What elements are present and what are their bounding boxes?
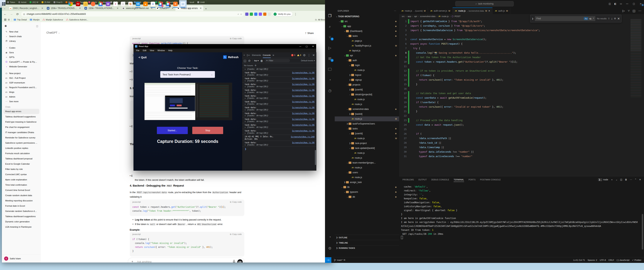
source-link[interactable]: ScreenshotApp.js:96 <box>292 106 314 108</box>
tree-item[interactable]: ⌄db <box>335 194 399 199</box>
panel-tab-postman-console[interactable]: POSTMAN CONSOLE <box>480 176 501 183</box>
terminal-scrollbar-thumb[interactable] <box>642 214 643 249</box>
explorer-actions-icon[interactable]: ⋯ <box>394 10 396 12</box>
sidebar-project-item[interactable]: 🗁blogs <box>3 90 39 94</box>
log-expandable[interactable]: ▸ {tasks: Array(19)} <box>245 97 314 99</box>
tree-item[interactable]: JSpage.js <box>335 38 399 43</box>
devtools-menu-icon[interactable]: ⋮ <box>308 53 310 57</box>
editor-tab[interactable]: JSroute.js...\[userId]M <box>399 8 428 14</box>
activity-extensions-icon[interactable]: ⊞2 <box>325 54 335 63</box>
editor-tab[interactable]: JSauth.jsM <box>492 8 510 14</box>
sidebar-collapse-icon[interactable]: ◫ <box>36 25 38 27</box>
sidebar-app-item[interactable]: ◉Sora <box>3 50 39 55</box>
tree-item[interactable]: JSroute.jsM <box>335 136 399 141</box>
log-expandable[interactable]: ▸ {tasks: Array(19)} <box>245 79 314 82</box>
chat-history-item[interactable]: Tableau dashboard suggestions <box>3 214 39 219</box>
panel-tab-debug-console[interactable]: DEBUG CONSOLE <box>431 176 449 183</box>
tree-item[interactable]: ❯[taskId] <box>335 111 399 116</box>
console-log-entry[interactable]: task data:ScreenshotApp.js:96▸ {tasks: A… <box>242 129 316 135</box>
console-log-entry[interactable]: task data:ScreenshotApp.js:96▸ {tasks: A… <box>242 82 316 88</box>
layout-panel-icon[interactable]: ◫ <box>607 3 612 5</box>
match-case-toggle[interactable]: Aa <box>584 17 588 20</box>
tab-close-icon[interactable]: ✕ <box>488 10 490 12</box>
chat-history-item[interactable]: Reminder for Salesforce survey <box>3 135 39 140</box>
log-expandable[interactable]: ▸ {tasks: Array(19)} <box>245 91 314 93</box>
tree-item[interactable]: ❯task-project <box>335 141 399 146</box>
tree-item[interactable]: ⌄tasks <box>335 126 399 131</box>
copy-code-button[interactable]: ⧉Copy code <box>230 37 242 40</box>
taskbar-paint[interactable]: 🎨 <box>127 0 134 8</box>
chat-history-item[interactable]: Formula result calculation <box>3 151 39 156</box>
menu-window[interactable]: Window <box>158 49 165 52</box>
devtools-settings-icon[interactable]: ⚙ <box>303 53 306 57</box>
tree-item[interactable]: ⌄src <box>335 19 399 24</box>
tree-item[interactable]: ⌄app <box>335 24 399 29</box>
layout-secondary-icon[interactable]: ▭ <box>618 3 624 5</box>
tree-item[interactable]: ❯assign_task <box>335 180 399 185</box>
layout-sidebar-icon[interactable]: ◧ <box>612 3 618 5</box>
activity-scm-icon[interactable]: ⑂8 <box>325 33 335 42</box>
menu-edit[interactable]: Edit <box>143 49 146 52</box>
openai-logo-icon[interactable]: ❋ <box>4 24 7 28</box>
devtools-tab-elements[interactable]: Elements <box>252 52 261 58</box>
regex-toggle[interactable]: .* <box>592 18 594 20</box>
log-levels-selector[interactable]: Default levels ▾ <box>301 59 315 62</box>
minimize-button[interactable]: — <box>624 3 630 5</box>
verify-profile-chip[interactable]: Verify it's you <box>273 12 292 16</box>
account-row[interactable]: S Saiful Islam <box>2 254 41 262</box>
taskbar-vscode[interactable]: VS <box>134 0 142 8</box>
taskbar-vlc[interactable]: ▲ <box>142 0 149 8</box>
tree-item[interactable]: ❯taskForSupremeUsers <box>335 121 399 126</box>
chat-history-item[interactable]: Field type meaning in Salesforce <box>3 119 39 124</box>
live-expression-icon[interactable]: ◉ <box>260 59 263 62</box>
remote-indicator[interactable]: ⤫⤪ <box>325 257 331 263</box>
source-link[interactable]: ScreenshotApp.js:96 <box>292 83 314 85</box>
background-tab[interactable]: Final S <box>52 0 64 5</box>
activity-search-icon[interactable]: ⌕ <box>325 22 335 31</box>
forward-icon[interactable]: → <box>10 12 13 16</box>
start-button[interactable] <box>0 0 8 8</box>
inspect-icon[interactable]: ⌖ <box>244 54 245 56</box>
panel-tab-ports[interactable]: PORTS <box>468 176 476 183</box>
log-expandable[interactable]: ▸ {tasks: Array(19)} <box>245 132 314 134</box>
status-encoding[interactable]: UTF-8 <box>600 259 606 261</box>
section-timeline[interactable]: ❯TIMELINE <box>335 240 399 245</box>
clear-console-icon[interactable]: ⊘ <box>248 59 250 62</box>
tree-item[interactable]: JSTaskByProject.jsM <box>335 43 399 48</box>
refresh-button[interactable]: ↻ Refresh <box>223 55 238 59</box>
search-in-page-icon[interactable]: ⌕ <box>238 13 239 16</box>
panel-tab-terminal[interactable]: TERMINAL <box>454 176 464 183</box>
menu-file[interactable]: File <box>136 49 140 52</box>
tree-item[interactable]: JSroute.js <box>335 156 399 160</box>
taskbar-chrome-avatar[interactable] <box>164 0 172 8</box>
source-link[interactable]: ScreenshotApp.js:96 <box>292 89 314 91</box>
source-link[interactable]: ScreenshotApp.js:96 <box>292 124 314 126</box>
browser-tab[interactable]: ☁DNS | Records | english-welsh.n✕ <box>8 6 45 11</box>
tree-item[interactable]: ⌄screenshot-data <box>335 107 399 111</box>
settings-gear-icon[interactable]: ⚙ <box>325 244 335 253</box>
copy-code-button[interactable]: ⧉Copy code <box>230 233 242 235</box>
tree-item[interactable]: JSroute.js <box>335 68 399 73</box>
sidebar-app-item[interactable]: ⠶GPTs <box>3 55 39 59</box>
split-diff-icon[interactable]: ⑂ <box>628 9 630 13</box>
editor-tab[interactable]: JSroute.js...\screenshot-dataM✕ <box>453 8 493 14</box>
source-link[interactable]: ScreenshotApp.js:96 <box>292 77 314 79</box>
chat-history-item[interactable]: IT manager candidates Dhaka <box>3 130 39 135</box>
source-link[interactable]: ScreenshotApp.js:240 <box>291 136 314 138</box>
chat-history-item[interactable]: Tableau dashboard suggestions <box>3 114 39 119</box>
minimize-button[interactable]: — <box>297 45 304 48</box>
console-log-entry[interactable]: task data:ScreenshotApp.js:96▸ {tasks: A… <box>242 117 316 123</box>
find-expand-icon[interactable]: ❯ <box>532 18 533 20</box>
source-link[interactable]: ScreenshotApp.js:96 <box>292 112 314 114</box>
sidebar-project-item[interactable]: 🗀New project <box>3 71 39 76</box>
taskbar-notepad[interactable]: ≡ <box>119 0 127 8</box>
taskbar-xampp[interactable]: X <box>172 0 179 8</box>
extension-icon[interactable] <box>263 13 266 16</box>
apps-grid-icon[interactable]: ⊞ <box>8 18 10 21</box>
tree-item[interactable]: ⌄users <box>335 170 399 175</box>
tree-item[interactable]: ⌄task-update\[taskId] <box>335 146 399 151</box>
address-bar[interactable]: ⊙ chatgpt.com/c/68b68f92-ee40-832d-97e1-… <box>21 12 244 17</box>
extension-icon[interactable] <box>259 13 262 16</box>
chat-history-item[interactable]: Generate random Salesforce data <box>3 208 39 214</box>
terminal-output[interactable]: cache: 'default', redirect: 'follow', in… <box>401 185 638 256</box>
